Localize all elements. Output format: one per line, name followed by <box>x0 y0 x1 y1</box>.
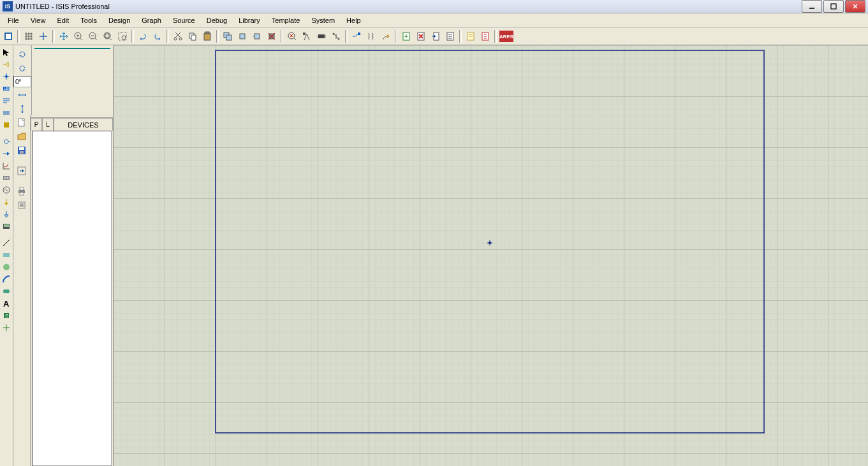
path-icon[interactable] <box>1 286 12 297</box>
packaging-icon[interactable] <box>314 29 328 43</box>
virtual-instrument-icon[interactable] <box>1 221 12 232</box>
zoom-area-icon[interactable] <box>115 29 129 43</box>
generator-icon[interactable] <box>1 184 12 196</box>
menu-tools[interactable]: Tools <box>75 15 102 25</box>
symbol-icon[interactable]: S <box>1 310 12 321</box>
mirror-y-icon[interactable] <box>15 103 29 115</box>
svg-rect-28 <box>303 33 305 35</box>
graph-mode-icon[interactable] <box>1 160 12 171</box>
current-probe-icon[interactable] <box>1 208 12 220</box>
line-icon[interactable] <box>1 237 12 249</box>
menu-edit[interactable]: Edit <box>52 15 74 25</box>
property-tool-icon[interactable] <box>379 29 393 43</box>
rectangle-icon[interactable] <box>1 249 12 261</box>
rotate-cw-icon[interactable] <box>15 48 29 61</box>
block-move-icon[interactable] <box>235 29 249 43</box>
copy-icon[interactable] <box>186 29 200 43</box>
device-pin-icon[interactable] <box>1 148 12 159</box>
grid-icon[interactable] <box>22 29 36 43</box>
work-area: LBL A S 0° <box>0 45 868 466</box>
terminal-icon[interactable] <box>1 136 12 147</box>
tab-l[interactable]: L <box>42 118 54 131</box>
close-button[interactable] <box>845 0 865 13</box>
mirror-x-icon[interactable] <box>15 89 29 101</box>
voltage-probe-icon[interactable] <box>1 196 12 208</box>
menu-file[interactable]: File <box>3 15 24 25</box>
svg-point-53 <box>6 289 10 293</box>
open-file-icon[interactable] <box>16 131 27 142</box>
pan-icon[interactable] <box>57 29 71 43</box>
editing-canvas[interactable] <box>114 45 868 466</box>
circle-icon[interactable] <box>1 261 12 273</box>
block-rotate-icon[interactable] <box>250 29 264 43</box>
pick-library-icon[interactable] <box>285 29 299 43</box>
separator <box>166 30 169 43</box>
redo-icon[interactable] <box>151 29 165 43</box>
arc-icon[interactable] <box>1 273 12 285</box>
block-copy-icon[interactable] <box>221 29 235 43</box>
tab-devices[interactable]: DEVICES <box>54 118 113 131</box>
svg-rect-60 <box>20 151 24 154</box>
zoom-out-icon[interactable] <box>86 29 100 43</box>
menu-design[interactable]: Design <box>103 15 135 25</box>
zoom-all-icon[interactable] <box>101 29 115 43</box>
bus-icon[interactable] <box>1 107 12 119</box>
paste-icon[interactable] <box>200 29 214 43</box>
erc-icon[interactable] <box>464 29 478 43</box>
delete-sheet-icon[interactable] <box>414 29 428 43</box>
junction-icon[interactable] <box>1 71 12 82</box>
angle-field[interactable]: 0° <box>13 76 31 87</box>
tape-recorder-icon[interactable] <box>1 172 12 184</box>
overview-window[interactable] <box>34 48 110 49</box>
svg-rect-42 <box>4 122 9 127</box>
subcircuit-icon[interactable] <box>1 119 12 131</box>
minimize-button[interactable] <box>802 0 822 13</box>
marker-icon[interactable] <box>1 322 12 333</box>
svg-point-16 <box>174 38 177 40</box>
exit-sheet-icon[interactable] <box>429 29 443 43</box>
rotate-ccw-icon[interactable] <box>15 62 29 75</box>
titlebar: iS UNTITLED - ISIS Professional <box>0 0 868 13</box>
menu-system[interactable]: System <box>306 15 340 25</box>
menu-template[interactable]: Template <box>267 15 305 25</box>
new-sheet-icon[interactable] <box>399 29 413 43</box>
component-mode-icon[interactable] <box>1 59 12 70</box>
cut-icon[interactable] <box>171 29 185 43</box>
svg-point-46 <box>7 177 9 179</box>
origin-icon[interactable] <box>36 29 50 43</box>
menu-help[interactable]: Help <box>341 15 366 25</box>
block-delete-icon[interactable] <box>265 29 279 43</box>
undo-icon[interactable] <box>136 29 150 43</box>
device-list[interactable] <box>32 131 112 466</box>
text-tool-icon[interactable]: A <box>1 298 12 309</box>
mark-output-icon[interactable] <box>16 200 27 211</box>
selection-mode-icon[interactable] <box>1 47 12 58</box>
side-panel: 0° P L DE <box>13 45 114 466</box>
netlist-icon[interactable] <box>478 29 492 43</box>
new-file-icon[interactable] <box>16 117 27 128</box>
bom-icon[interactable] <box>443 29 457 43</box>
print-icon[interactable] <box>16 186 27 197</box>
svg-text:A: A <box>3 299 10 308</box>
make-device-icon[interactable] <box>300 29 314 43</box>
app-icon: iS <box>3 1 13 11</box>
decompose-icon[interactable] <box>329 29 343 43</box>
wire-label-icon[interactable]: LBL <box>1 83 12 94</box>
search-icon[interactable] <box>364 29 378 43</box>
menu-library[interactable]: Library <box>233 15 265 25</box>
wire-autoroute-icon[interactable] <box>349 29 364 43</box>
tab-p[interactable]: P <box>31 118 42 131</box>
ares-button[interactable]: ARES <box>499 31 513 42</box>
menu-source[interactable]: Source <box>168 15 200 25</box>
text-script-icon[interactable] <box>1 95 12 106</box>
save-file-icon[interactable] <box>16 145 27 156</box>
menu-graph[interactable]: Graph <box>136 15 166 25</box>
redraw-icon[interactable] <box>1 29 15 43</box>
svg-rect-25 <box>254 34 260 39</box>
maximize-button[interactable] <box>823 0 844 13</box>
menu-view[interactable]: View <box>26 15 51 25</box>
menu-debug[interactable]: Debug <box>202 15 232 25</box>
import-region-icon[interactable] <box>16 165 27 177</box>
zoom-in-icon[interactable] <box>71 29 85 43</box>
svg-point-17 <box>179 38 182 40</box>
